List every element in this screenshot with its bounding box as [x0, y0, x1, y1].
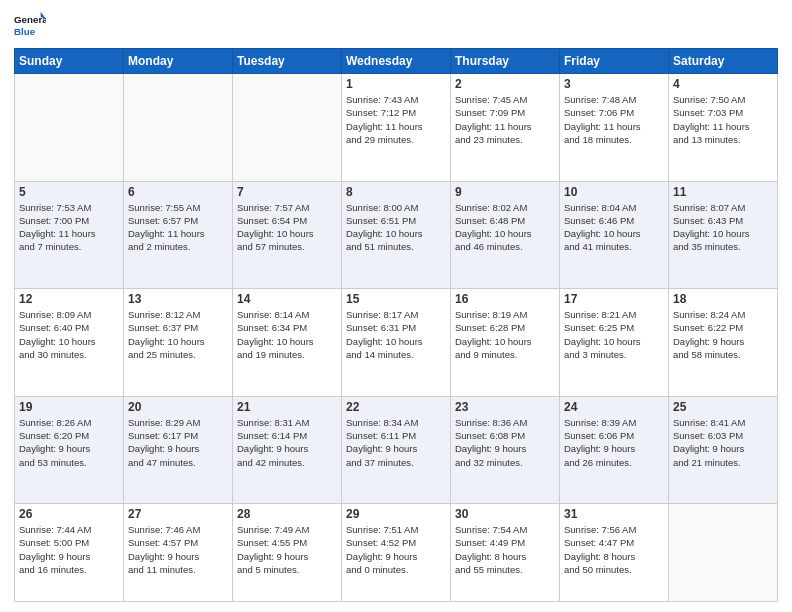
calendar-cell: 15Sunrise: 8:17 AM Sunset: 6:31 PM Dayli… [342, 289, 451, 397]
calendar-cell: 22Sunrise: 8:34 AM Sunset: 6:11 PM Dayli… [342, 396, 451, 504]
day-info: Sunrise: 8:14 AM Sunset: 6:34 PM Dayligh… [237, 308, 337, 361]
weekday-header-wednesday: Wednesday [342, 49, 451, 74]
day-info: Sunrise: 7:49 AM Sunset: 4:55 PM Dayligh… [237, 523, 337, 576]
day-info: Sunrise: 7:53 AM Sunset: 7:00 PM Dayligh… [19, 201, 119, 254]
day-info: Sunrise: 7:46 AM Sunset: 4:57 PM Dayligh… [128, 523, 228, 576]
header: General Blue [14, 10, 778, 42]
day-number: 10 [564, 185, 664, 199]
day-number: 14 [237, 292, 337, 306]
calendar-week-row: 5Sunrise: 7:53 AM Sunset: 7:00 PM Daylig… [15, 181, 778, 289]
calendar-header-row: SundayMondayTuesdayWednesdayThursdayFrid… [15, 49, 778, 74]
day-info: Sunrise: 8:31 AM Sunset: 6:14 PM Dayligh… [237, 416, 337, 469]
day-number: 24 [564, 400, 664, 414]
calendar-cell: 13Sunrise: 8:12 AM Sunset: 6:37 PM Dayli… [124, 289, 233, 397]
day-number: 12 [19, 292, 119, 306]
calendar-week-row: 19Sunrise: 8:26 AM Sunset: 6:20 PM Dayli… [15, 396, 778, 504]
calendar-cell [15, 74, 124, 182]
calendar-cell: 28Sunrise: 7:49 AM Sunset: 4:55 PM Dayli… [233, 504, 342, 602]
calendar-cell: 1Sunrise: 7:43 AM Sunset: 7:12 PM Daylig… [342, 74, 451, 182]
calendar-cell: 9Sunrise: 8:02 AM Sunset: 6:48 PM Daylig… [451, 181, 560, 289]
calendar-week-row: 12Sunrise: 8:09 AM Sunset: 6:40 PM Dayli… [15, 289, 778, 397]
calendar-cell: 3Sunrise: 7:48 AM Sunset: 7:06 PM Daylig… [560, 74, 669, 182]
day-number: 2 [455, 77, 555, 91]
day-number: 7 [237, 185, 337, 199]
calendar-cell: 6Sunrise: 7:55 AM Sunset: 6:57 PM Daylig… [124, 181, 233, 289]
day-info: Sunrise: 7:48 AM Sunset: 7:06 PM Dayligh… [564, 93, 664, 146]
calendar-cell: 26Sunrise: 7:44 AM Sunset: 5:00 PM Dayli… [15, 504, 124, 602]
day-number: 1 [346, 77, 446, 91]
day-number: 20 [128, 400, 228, 414]
page: General Blue SundayMondayTuesdayWednesda… [0, 0, 792, 612]
calendar-week-row: 26Sunrise: 7:44 AM Sunset: 5:00 PM Dayli… [15, 504, 778, 602]
calendar-cell: 31Sunrise: 7:56 AM Sunset: 4:47 PM Dayli… [560, 504, 669, 602]
day-info: Sunrise: 7:43 AM Sunset: 7:12 PM Dayligh… [346, 93, 446, 146]
day-info: Sunrise: 8:39 AM Sunset: 6:06 PM Dayligh… [564, 416, 664, 469]
day-number: 28 [237, 507, 337, 521]
day-number: 23 [455, 400, 555, 414]
day-number: 30 [455, 507, 555, 521]
calendar-cell: 25Sunrise: 8:41 AM Sunset: 6:03 PM Dayli… [669, 396, 778, 504]
day-number: 18 [673, 292, 773, 306]
day-number: 27 [128, 507, 228, 521]
day-info: Sunrise: 7:56 AM Sunset: 4:47 PM Dayligh… [564, 523, 664, 576]
calendar-week-row: 1Sunrise: 7:43 AM Sunset: 7:12 PM Daylig… [15, 74, 778, 182]
day-info: Sunrise: 8:09 AM Sunset: 6:40 PM Dayligh… [19, 308, 119, 361]
calendar-cell: 19Sunrise: 8:26 AM Sunset: 6:20 PM Dayli… [15, 396, 124, 504]
day-number: 26 [19, 507, 119, 521]
calendar-cell: 30Sunrise: 7:54 AM Sunset: 4:49 PM Dayli… [451, 504, 560, 602]
calendar-cell: 18Sunrise: 8:24 AM Sunset: 6:22 PM Dayli… [669, 289, 778, 397]
logo-icon: General Blue [14, 10, 46, 42]
calendar-body: 1Sunrise: 7:43 AM Sunset: 7:12 PM Daylig… [15, 74, 778, 602]
calendar-cell: 8Sunrise: 8:00 AM Sunset: 6:51 PM Daylig… [342, 181, 451, 289]
calendar-cell: 29Sunrise: 7:51 AM Sunset: 4:52 PM Dayli… [342, 504, 451, 602]
day-info: Sunrise: 7:50 AM Sunset: 7:03 PM Dayligh… [673, 93, 773, 146]
day-number: 25 [673, 400, 773, 414]
calendar-cell [233, 74, 342, 182]
day-number: 31 [564, 507, 664, 521]
calendar-cell: 20Sunrise: 8:29 AM Sunset: 6:17 PM Dayli… [124, 396, 233, 504]
calendar-cell [669, 504, 778, 602]
day-number: 9 [455, 185, 555, 199]
calendar-cell: 11Sunrise: 8:07 AM Sunset: 6:43 PM Dayli… [669, 181, 778, 289]
day-info: Sunrise: 7:51 AM Sunset: 4:52 PM Dayligh… [346, 523, 446, 576]
day-number: 6 [128, 185, 228, 199]
calendar-cell: 2Sunrise: 7:45 AM Sunset: 7:09 PM Daylig… [451, 74, 560, 182]
calendar-cell [124, 74, 233, 182]
calendar-cell: 27Sunrise: 7:46 AM Sunset: 4:57 PM Dayli… [124, 504, 233, 602]
day-info: Sunrise: 8:00 AM Sunset: 6:51 PM Dayligh… [346, 201, 446, 254]
day-number: 15 [346, 292, 446, 306]
day-info: Sunrise: 8:02 AM Sunset: 6:48 PM Dayligh… [455, 201, 555, 254]
day-number: 17 [564, 292, 664, 306]
day-info: Sunrise: 8:29 AM Sunset: 6:17 PM Dayligh… [128, 416, 228, 469]
day-number: 3 [564, 77, 664, 91]
day-info: Sunrise: 8:36 AM Sunset: 6:08 PM Dayligh… [455, 416, 555, 469]
calendar-cell: 21Sunrise: 8:31 AM Sunset: 6:14 PM Dayli… [233, 396, 342, 504]
weekday-header-saturday: Saturday [669, 49, 778, 74]
calendar-cell: 7Sunrise: 7:57 AM Sunset: 6:54 PM Daylig… [233, 181, 342, 289]
weekday-header-thursday: Thursday [451, 49, 560, 74]
day-number: 8 [346, 185, 446, 199]
day-info: Sunrise: 7:44 AM Sunset: 5:00 PM Dayligh… [19, 523, 119, 576]
day-number: 22 [346, 400, 446, 414]
day-info: Sunrise: 7:55 AM Sunset: 6:57 PM Dayligh… [128, 201, 228, 254]
weekday-header-sunday: Sunday [15, 49, 124, 74]
calendar-cell: 10Sunrise: 8:04 AM Sunset: 6:46 PM Dayli… [560, 181, 669, 289]
day-info: Sunrise: 8:21 AM Sunset: 6:25 PM Dayligh… [564, 308, 664, 361]
day-number: 11 [673, 185, 773, 199]
calendar-cell: 14Sunrise: 8:14 AM Sunset: 6:34 PM Dayli… [233, 289, 342, 397]
calendar-cell: 17Sunrise: 8:21 AM Sunset: 6:25 PM Dayli… [560, 289, 669, 397]
calendar-cell: 24Sunrise: 8:39 AM Sunset: 6:06 PM Dayli… [560, 396, 669, 504]
day-info: Sunrise: 8:04 AM Sunset: 6:46 PM Dayligh… [564, 201, 664, 254]
day-info: Sunrise: 7:54 AM Sunset: 4:49 PM Dayligh… [455, 523, 555, 576]
day-number: 4 [673, 77, 773, 91]
calendar-cell: 16Sunrise: 8:19 AM Sunset: 6:28 PM Dayli… [451, 289, 560, 397]
day-info: Sunrise: 8:07 AM Sunset: 6:43 PM Dayligh… [673, 201, 773, 254]
day-info: Sunrise: 8:12 AM Sunset: 6:37 PM Dayligh… [128, 308, 228, 361]
day-info: Sunrise: 8:19 AM Sunset: 6:28 PM Dayligh… [455, 308, 555, 361]
day-info: Sunrise: 8:34 AM Sunset: 6:11 PM Dayligh… [346, 416, 446, 469]
day-number: 19 [19, 400, 119, 414]
weekday-header-monday: Monday [124, 49, 233, 74]
day-number: 29 [346, 507, 446, 521]
calendar-table: SundayMondayTuesdayWednesdayThursdayFrid… [14, 48, 778, 602]
day-number: 13 [128, 292, 228, 306]
